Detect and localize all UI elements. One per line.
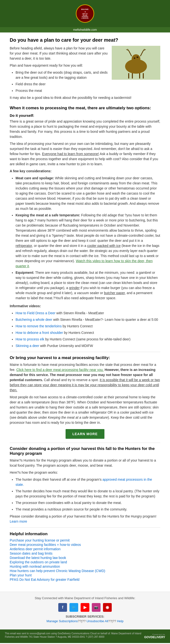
helpful-link-9[interactable]: Plan your hunt: [10, 573, 160, 577]
helpful-link-8[interactable]: How hunters can help prevent Chronic Was…: [10, 569, 160, 573]
helpful-link-2[interactable]: Deer meat processing facilities + how-to…: [10, 543, 160, 546]
butcher-paper-link: butcher paper: [104, 291, 125, 295]
processing-title: Or bring your harvest to a meat processi…: [10, 356, 160, 360]
divider-2: [10, 443, 160, 443]
video-link-3[interactable]: How to remove the tenderloins: [16, 324, 62, 328]
section1-title: When it comes to processing the meat, th…: [10, 106, 160, 110]
video-link-5[interactable]: How to process elk: [16, 337, 44, 341]
considerations-list: Meat care and spoilage: While skinning a…: [16, 176, 160, 301]
donate-p1: Maine?s Hunters for the Hungry program a…: [10, 458, 160, 468]
approved-processors-link[interactable]: approved meat processors in the state.: [16, 478, 152, 486]
unsubscribe-link[interactable]: Unsubscribe All: [87, 619, 108, 623]
video-suffix-6: with Purdue University and MDIFW: [39, 344, 93, 348]
refrigerator-link: refrigerator: [16, 244, 32, 248]
cooler-link: cooler packed with ice: [87, 244, 121, 248]
learn-from-someone-link: Everyone had to learn from someone!: [42, 152, 99, 156]
seal-text: MAINE ⚜ DEPT OF INLAND FISHERIES & WILDL…: [81, 8, 89, 19]
video-link-4[interactable]: How to debone a front shoulder: [16, 331, 63, 334]
grinder-link: grinder: [69, 286, 80, 290]
donate-item-1: The hunter drops their harvest off at on…: [16, 477, 160, 487]
twitter-icon[interactable]: 🐦: [69, 603, 78, 612]
helpful-link-4[interactable]: Season dates and bag limits: [10, 552, 160, 555]
subscriber-title: SUBSCRIBER SERVICES:: [66, 615, 104, 618]
brand-name: GOVDELIVERY: [144, 636, 165, 639]
video-link-1[interactable]: How to Field Dress a Deer: [16, 311, 55, 315]
video-skin-link[interactable]: Watch this video to learn how to skin th…: [16, 259, 153, 268]
video-item-1: How to Field Dress a Deer with Steven Ri…: [16, 310, 160, 316]
legal-text: This email was sent to xxxxxx@gmail.com …: [5, 632, 144, 639]
video-suffix-3: by Hunters Connect: [62, 324, 93, 328]
donate-closing: Please consider donating a portion of yo…: [10, 514, 160, 524]
svg-point-10: [136, 56, 138, 58]
donate-item-3: The processor then coordinates with a lo…: [16, 500, 160, 506]
diy-p1: There is a great sense of pride and appr…: [10, 119, 160, 139]
processing-p1: Maine is fortunate to have meat processi…: [10, 362, 160, 393]
donate-item-4: The meat provides a nutritious protein s…: [16, 507, 160, 512]
youtube-icon[interactable]: ▶: [81, 603, 89, 612]
diy-title: Do it yourself:: [10, 114, 160, 118]
subscriber-label: SUBSCRIBER SERVICES: Manage Subscription…: [4, 614, 166, 624]
video-link-2[interactable]: Butchering a whole deer: [16, 318, 52, 322]
list-item: Process the meat: [16, 88, 160, 93]
video-link-6[interactable]: Skinning a deer: [16, 344, 39, 348]
considerations-label: A few key considerations:: [10, 169, 51, 173]
videos-list: How to Field Dress a Deer with Steven Ri…: [16, 310, 160, 348]
video-suffix-1: with Steven Rinella - MeatEater: [55, 311, 104, 315]
equipment-label: Equipment:: [16, 271, 34, 274]
govdelivery-label: Powered by GOVDELIVERY: [144, 633, 165, 639]
video-item-4: How to debone a front shoulder by Hunter…: [16, 330, 160, 335]
rss-icon[interactable]: ◉: [103, 603, 112, 612]
main-content: Do you have a plan to care for your deer…: [0, 32, 170, 587]
learn-more-button[interactable]: LEARN MORE: [66, 429, 104, 439]
header: MAINE ⚜ DEPT OF INLAND FISHERIES & WILDL…: [0, 0, 170, 32]
video-suffix-5: by Hunters Connect (same process for whi…: [44, 337, 130, 341]
header-logo-area: MAINE ⚜ DEPT OF INLAND FISHERIES & WILDL…: [0, 2, 170, 25]
manage-subscriptions-link[interactable]: Manage Subscriptions: [47, 619, 78, 623]
consideration-meat-care: Meat care and spoilage: While skinning a…: [16, 176, 160, 211]
header-green-bar: MAINE ⚜ DEPT OF INLAND FISHERIES & WILDL…: [0, 0, 170, 27]
page-title: Do you have a plan to care for your deer…: [10, 37, 160, 43]
helpful-link-1[interactable]: Purchase your hunting license or permit: [10, 538, 160, 542]
video-item-3: How to remove the tenderloins by Hunters…: [16, 324, 160, 329]
divider-3: [10, 528, 160, 528]
intro-section: Before heading afield, always have a pla…: [10, 46, 160, 102]
informative-videos-section: Informative videos: How to Field Dress a…: [10, 304, 160, 348]
powered-by: Powered by: [144, 633, 165, 636]
help-link[interactable]: Help: [117, 619, 124, 623]
helpful-link-10[interactable]: PFAS Do Not Eat Advisory for greater Fai…: [10, 578, 160, 582]
helpful-info-title: Helpful information: [10, 532, 160, 536]
donate-p2: Here?s how the program works:: [10, 470, 160, 475]
facebook-icon[interactable]: f: [58, 603, 67, 612]
footer-bottom: This email was sent to xxxxxx@gmail.com …: [0, 630, 170, 643]
meat-care-label: Meat care and spoilage:: [16, 176, 54, 180]
deer-image-svg: [114, 47, 158, 78]
learn-more-donate-link[interactable]: Learn more: [10, 520, 27, 523]
donate-item-2: The hunter decides how much meat they wo…: [16, 489, 160, 499]
instagram-icon[interactable]: 📷: [92, 603, 101, 612]
website-text: mefishwildlife.com: [73, 28, 97, 32]
deer-image: [112, 46, 160, 80]
helpful-link-6[interactable]: Exploring the outdoors on private land: [10, 560, 160, 564]
maine-seal-logo: MAINE ⚜ DEPT OF INLAND FISHERIES & WILDL…: [76, 4, 94, 23]
informative-videos-title: Informative videos:: [10, 304, 160, 309]
social-footer: Stay Connected with Maine Department of …: [0, 592, 170, 630]
svg-point-9: [134, 58, 135, 59]
temperature-label: Keeping the meat at a safe temperature:: [16, 213, 80, 217]
diy-p2: The idea of processing your harvest on y…: [10, 141, 160, 167]
taxidermist-note: It may also be a good idea to think abou…: [10, 95, 160, 100]
keeping-meat-italic: Keeping the meat at a safe temperature: [48, 416, 108, 420]
divider-1: [10, 352, 160, 352]
social-title: Stay Connected with Maine Department of …: [4, 596, 166, 601]
consideration-equipment: Equipment: There are many products avail…: [16, 270, 160, 301]
govdelivery-brand: Powered by GOVDELIVERY: [144, 633, 165, 639]
consideration-temperature: Keeping the meat at a safe temperature: …: [16, 213, 160, 269]
helpful-link-5[interactable]: Download the latest hunting law book: [10, 556, 160, 560]
svg-point-2: [132, 54, 140, 64]
video-suffix-2: with Steven Rinella - MeatEater?- Learn …: [52, 318, 158, 322]
donate-title: Consider donating a portion of your harv…: [10, 446, 160, 456]
helpful-link-7[interactable]: Hunting with nonlead ammunition: [10, 564, 160, 568]
video-item-6: Skinning a deer with Purdue University a…: [16, 343, 160, 348]
donate-list: The hunter drops their harvest off at on…: [16, 477, 160, 512]
find-processor-link[interactable]: Click here to find a deer meat processin…: [16, 368, 104, 372]
helpful-link-3[interactable]: Antlerless deer permit information: [10, 547, 160, 551]
